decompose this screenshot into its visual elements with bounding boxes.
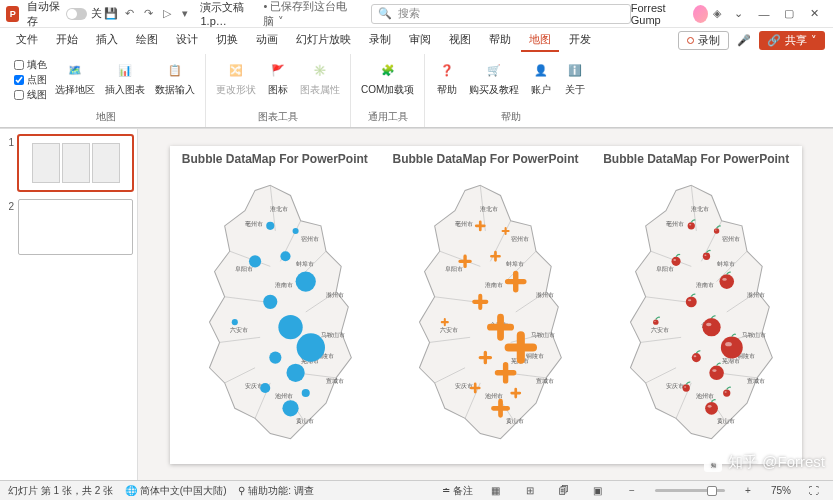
user-account[interactable]: Forrest Gump [631,2,708,26]
buy-button[interactable]: 🛒购买及教程 [465,56,523,97]
svg-text:宣城市: 宣城市 [536,376,554,383]
svg-point-65 [715,229,717,230]
insert-chart-button[interactable]: 📊插入图表 [101,56,149,97]
change-shape-button: 🔀更改形状 [212,56,260,97]
cross-map-2[interactable]: 淮北市亳州市宿州市蚌埠市阜阳市淮南市滁州市六安市合肥市马鞍山市芜湖市铜陵市安庆市… [384,166,587,458]
svg-text:阜阳市: 阜阳市 [234,265,252,272]
svg-text:蚌埠市: 蚌埠市 [506,260,524,267]
maximize-button[interactable]: ▢ [777,3,802,25]
zoom-out-icon[interactable]: − [621,483,643,499]
svg-point-29 [301,389,309,397]
slideshow-view-icon[interactable]: ▣ [587,483,609,499]
change-shape-icon: 🔀 [224,58,248,82]
normal-view-icon[interactable]: ▦ [485,483,507,499]
shape-button[interactable]: 🚩图标 [262,56,294,97]
cart-icon: 🛒 [482,58,506,82]
data-input-icon: 📋 [163,58,187,82]
svg-point-70 [719,274,734,289]
zoom-in-icon[interactable]: + [737,483,759,499]
tab-animations[interactable]: 动画 [248,29,286,52]
mic-icon[interactable]: 🎤 [735,32,753,50]
bubble-map-1[interactable]: 淮北市亳州市宿州市蚌埠市阜阳市淮南市滁州市六安市合肥市马鞍山市芜湖市铜陵市安庆市… [174,166,377,458]
language-status[interactable]: 🌐 简体中文(中国大陆) [125,484,226,498]
fit-window-icon[interactable]: ⛶ [803,483,825,499]
map-type-checklist: 填色 点图 线图 [12,56,49,104]
com-addin-button[interactable]: 🧩COM加载项 [357,56,418,97]
zoom-slider[interactable] [655,489,725,492]
svg-point-72 [686,296,697,307]
zoom-percent[interactable]: 75% [771,485,791,496]
tab-draw[interactable]: 绘图 [128,29,166,52]
tab-view[interactable]: 视图 [441,29,479,52]
svg-point-77 [706,322,711,326]
svg-text:六安市: 六安市 [229,326,247,333]
svg-text:淮北市: 淮北市 [691,204,709,211]
tab-home[interactable]: 开始 [48,29,86,52]
thumbnail-1[interactable] [18,135,133,191]
line-checkbox[interactable]: 线图 [14,88,47,102]
share-button[interactable]: 🔗共享˅ [759,31,825,50]
tab-slideshow[interactable]: 幻灯片放映 [288,29,359,52]
svg-text:宿州市: 宿州市 [511,235,529,242]
tab-help[interactable]: 帮助 [481,29,519,52]
svg-point-79 [725,341,732,345]
svg-text:滁州市: 滁州市 [326,290,344,297]
save-status[interactable]: • 已保存到这台电脑 ˅ [263,0,350,29]
slide-thumbnails[interactable]: 1 2 [0,129,138,480]
help-icon: ❓ [435,58,459,82]
toggle-switch-icon[interactable] [66,8,87,20]
tab-review[interactable]: 审阅 [401,29,439,52]
account-button[interactable]: 👤账户 [525,56,557,97]
search-input[interactable]: 🔍 搜索 [371,4,631,24]
point-checkbox[interactable]: 点图 [14,73,47,87]
group-label: 帮助 [501,109,521,125]
select-region-button[interactable]: 🗺️选择地区 [51,56,99,97]
tab-insert[interactable]: 插入 [88,29,126,52]
tab-record[interactable]: 录制 [361,29,399,52]
slideshow-start-icon[interactable]: ▷ [158,3,176,25]
svg-point-75 [654,320,656,321]
app-icon: P [6,6,19,22]
autosave-label: 自动保存 [27,0,62,29]
accessibility-status[interactable]: ⚲ 辅助功能: 调查 [238,484,313,498]
reading-view-icon[interactable]: 🗐 [553,483,575,499]
icon-map-3[interactable]: 淮北市亳州市宿州市蚌埠市阜阳市淮南市滁州市六安市合肥市马鞍山市芜湖市铜陵市安庆市… [595,166,798,458]
redo-icon[interactable]: ↷ [139,3,157,25]
star-icon: ✳️ [308,58,332,82]
thumb-number: 2 [4,199,14,255]
notes-button[interactable]: ≐ 备注 [442,484,473,498]
autosave-toggle[interactable]: 自动保存 关 [27,0,102,29]
tab-file[interactable]: 文件 [8,29,46,52]
tab-develop[interactable]: 开发 [561,29,599,52]
thumbnail-2[interactable] [18,199,133,255]
tab-map[interactable]: 地图 [521,29,559,52]
ribbon-options-icon[interactable]: ⌄ [726,3,751,25]
svg-text:池州市: 池州市 [275,392,293,399]
slide-canvas[interactable]: Bubble DataMap For PowerPoint 淮北市亳州市宿州市蚌… [138,129,833,480]
svg-text:铜陵市: 铜陵市 [525,351,544,358]
tab-transitions[interactable]: 切换 [208,29,246,52]
help-button[interactable]: ❓帮助 [431,56,463,97]
sorter-view-icon[interactable]: ⊞ [519,483,541,499]
about-button[interactable]: ℹ️关于 [559,56,591,97]
zhihu-icon: 知 [704,454,722,472]
fill-checkbox[interactable]: 填色 [14,58,47,72]
save-icon[interactable]: 💾 [102,3,120,25]
slide-counter[interactable]: 幻灯片 第 1 张，共 2 张 [8,484,113,498]
undo-icon[interactable]: ↶ [121,3,139,25]
minimize-button[interactable]: — [751,3,776,25]
document-title[interactable]: 演示文稿1.p… [200,0,259,27]
ribbon-group-general: 🧩COM加载项 通用工具 [351,54,425,127]
svg-point-81 [693,355,696,357]
diamond-icon[interactable]: ◈ [708,3,726,25]
slide[interactable]: Bubble DataMap For PowerPoint 淮北市亳州市宿州市蚌… [170,146,802,464]
tab-design[interactable]: 设计 [168,29,206,52]
record-button[interactable]: 录制 [678,31,729,50]
ribbon-tabs: 文件 开始 插入 绘图 设计 切换 动画 幻灯片放映 录制 审阅 视图 帮助 地… [0,28,833,52]
title-bar: P 自动保存 关 💾 ↶ ↷ ▷ ▾ 演示文稿1.p… • 已保存到这台电脑 ˅… [0,0,833,28]
map-panel-3: Bubble DataMap For PowerPoint 淮北市亳州市宿州市蚌… [591,146,802,464]
qa-more-icon[interactable]: ▾ [176,3,194,25]
svg-text:阜阳市: 阜阳市 [656,265,674,272]
close-button[interactable]: ✕ [802,3,827,25]
data-input-button[interactable]: 📋数据输入 [151,56,199,97]
